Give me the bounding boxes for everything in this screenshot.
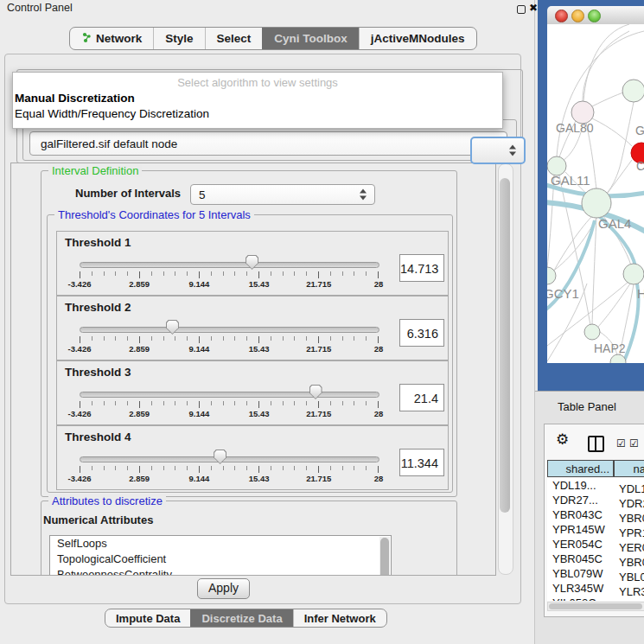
list-item[interactable]: SelfLoops xyxy=(50,536,391,552)
threshold-4-label: Threshold 4 xyxy=(65,430,131,443)
table-row[interactable]: YPR145WYPR1 xyxy=(547,522,644,537)
threshold-4-value-field[interactable]: 11.344 xyxy=(399,449,444,476)
cyni-bottom-tabbar: Impute Data Discretize Data Infer Networ… xyxy=(105,609,387,628)
checkbox-icon[interactable]: ☑ xyxy=(629,437,639,450)
tab-impute-data[interactable]: Impute Data xyxy=(105,609,190,627)
threshold-2-slider-handle[interactable] xyxy=(166,320,179,335)
panel-scrollbar[interactable] xyxy=(498,163,513,575)
algorithm-combobox[interactable] xyxy=(470,137,526,164)
list-item[interactable]: BetweennessCentrality xyxy=(50,567,391,576)
tick-marks-major xyxy=(80,401,379,408)
tab-select[interactable]: Select xyxy=(205,28,263,49)
numerical-attributes-label: Numerical Attributes xyxy=(43,513,153,526)
network-window-titlebar[interactable] xyxy=(547,6,644,25)
table-row[interactable]: YBR045CYBR0 xyxy=(547,552,644,566)
tick-marks-major xyxy=(80,336,379,343)
node-g[interactable] xyxy=(622,80,644,102)
table-panel-title: Table Panel xyxy=(558,400,616,413)
close-icon[interactable]: ✖ xyxy=(529,2,538,14)
threshold-1-panel: Threshold 1 -3.426 2.859 9.144 15.43 xyxy=(56,231,449,296)
settings-scroll-viewport: Interval Definition Number of Intervals … xyxy=(10,163,496,576)
node-partial-bottom[interactable] xyxy=(610,354,626,363)
tab-network[interactable]: Network xyxy=(70,28,153,49)
threshold-2-value-field[interactable]: 6.316 xyxy=(399,319,444,347)
node-label-h-partial: H xyxy=(637,286,644,301)
table-panel: ⚙ ☑ ☑ shared... na YDL19...YDL1 YDR27...… xyxy=(535,422,644,644)
table-scrollbar-thumb[interactable] xyxy=(549,603,642,609)
tab-network-label: Network xyxy=(96,32,142,45)
interval-definition-group: Interval Definition Number of Intervals … xyxy=(41,170,457,497)
num-intervals-value: 5 xyxy=(199,188,206,201)
node-label-gcy1: GCY1 xyxy=(547,286,579,301)
node-label-gal80: GAL80 xyxy=(556,121,594,135)
table-row[interactable]: YLR345WYLR3 xyxy=(547,581,644,596)
tick-marks-major xyxy=(80,271,379,278)
control-panel-window: Control Panel ✖ Network Style Select Cyn… xyxy=(0,0,535,644)
node-h[interactable] xyxy=(623,264,644,284)
threshold-1-value-field[interactable]: 14.713 xyxy=(399,254,444,282)
network-tab-icon xyxy=(81,32,92,46)
threshold-3-value-field[interactable]: 21.4 xyxy=(399,384,444,411)
threshold-4-panel: Threshold 4 -3.426 2.859 9.144 15.43 xyxy=(56,425,449,490)
list-scrollbar[interactable] xyxy=(379,537,390,576)
network-canvas[interactable]: GAL80 G C GAL11 GAL4 GCY1 H HAP2 xyxy=(547,24,644,363)
node-label-gal11: GAL11 xyxy=(551,173,590,188)
dropdown-option-equal-width[interactable]: Equal Width/Frequency Discretization xyxy=(15,107,209,120)
table-rows: YDL19...YDL1 YDR27...YDR2 YBR043CYBR0 YP… xyxy=(547,478,644,601)
node-label-hap2: HAP2 xyxy=(594,341,626,355)
table-row[interactable]: YIL052CYIL0 xyxy=(547,596,644,601)
float-window-icon[interactable] xyxy=(517,5,526,14)
columns-icon[interactable] xyxy=(588,436,604,452)
table-row[interactable]: YBL079WYBL0 xyxy=(547,566,644,581)
threshold-3-slider-handle[interactable] xyxy=(309,385,322,399)
slider-scale-labels: -3.426 2.859 9.144 15.43 21.715 28 xyxy=(80,279,379,289)
tab-cyni-toolbox[interactable]: Cyni Toolbox xyxy=(262,28,359,49)
list-item[interactable]: TopologicalCoefficient xyxy=(50,552,391,567)
thresholds-group-title: Threshold's Coordinates for 5 Intervals xyxy=(54,208,254,221)
tab-jactivemnodules[interactable]: jActiveMNodules xyxy=(359,28,476,49)
attributes-group-title: Attributes to discretize xyxy=(48,494,166,507)
node-hap2[interactable] xyxy=(584,324,600,340)
dropdown-option-manual[interactable]: Manual Discretization xyxy=(15,92,135,105)
zoom-traffic-light[interactable] xyxy=(588,10,601,22)
list-scrollbar-thumb[interactable] xyxy=(380,538,389,576)
threshold-2-panel: Threshold 2 -3.426 2.859 9.144 15.43 xyxy=(56,296,449,360)
table-row[interactable]: YBR043CYBR0 xyxy=(547,507,644,522)
tab-discretize-data[interactable]: Discretize Data xyxy=(190,609,292,627)
node-label-gal4: GAL4 xyxy=(598,216,631,231)
combo-stepper-icon xyxy=(359,188,367,201)
checkbox-icon[interactable]: ☑ xyxy=(616,437,626,450)
close-traffic-light[interactable] xyxy=(555,10,568,22)
column-header-name[interactable]: na xyxy=(614,460,644,477)
threshold-1-label: Threshold 1 xyxy=(65,236,131,249)
interval-definition-title: Interval Definition xyxy=(48,164,142,177)
thresholds-group: Threshold's Coordinates for 5 Intervals … xyxy=(47,214,453,493)
table-row[interactable]: YDL19...YDL1 xyxy=(547,478,644,493)
slider-scale-labels: -3.426 2.859 9.144 15.43 21.715 28 xyxy=(80,474,379,483)
dropdown-placeholder: Select algorithm to view settings xyxy=(13,76,502,89)
tab-infer-network[interactable]: Infer Network xyxy=(293,609,386,627)
tick-marks-major xyxy=(80,466,379,473)
slider-scale-labels: -3.426 2.859 9.144 15.43 21.715 28 xyxy=(80,344,379,354)
column-header-shared-name[interactable]: shared... xyxy=(547,460,614,477)
table-horizontal-scrollbar[interactable] xyxy=(547,602,644,611)
numerical-attributes-list: SelfLoops TopologicalCoefficient Between… xyxy=(49,535,392,576)
algorithm-dropdown: Select algorithm to view settings Manual… xyxy=(12,72,503,129)
table-row[interactable]: YER054CYER0 xyxy=(547,537,644,552)
threshold-4-slider-handle[interactable] xyxy=(214,450,226,464)
node-label-c-partial: C xyxy=(636,159,644,173)
table-panel-inner: ⚙ ☑ ☑ shared... na YDL19...YDL1 YDR27...… xyxy=(544,424,644,617)
table-row[interactable]: YDR27...YDR2 xyxy=(547,493,644,507)
node-label-g-partial: G xyxy=(635,124,644,137)
node-gal4[interactable] xyxy=(582,188,611,218)
minimize-traffic-light[interactable] xyxy=(571,10,584,22)
tab-style[interactable]: Style xyxy=(153,28,204,49)
network-view-window: GAL80 G C GAL11 GAL4 GCY1 H HAP2 xyxy=(538,0,644,391)
table-data-combobox[interactable]: galFiltered.sif default node xyxy=(29,131,507,156)
num-intervals-combobox[interactable]: 5 xyxy=(190,184,375,205)
gear-icon[interactable]: ⚙ xyxy=(556,432,569,447)
apply-button[interactable]: Apply xyxy=(197,578,250,599)
panel-scrollbar-thumb[interactable] xyxy=(500,178,510,513)
threshold-1-slider-handle[interactable] xyxy=(245,255,258,270)
threshold-3-label: Threshold 3 xyxy=(65,366,131,379)
